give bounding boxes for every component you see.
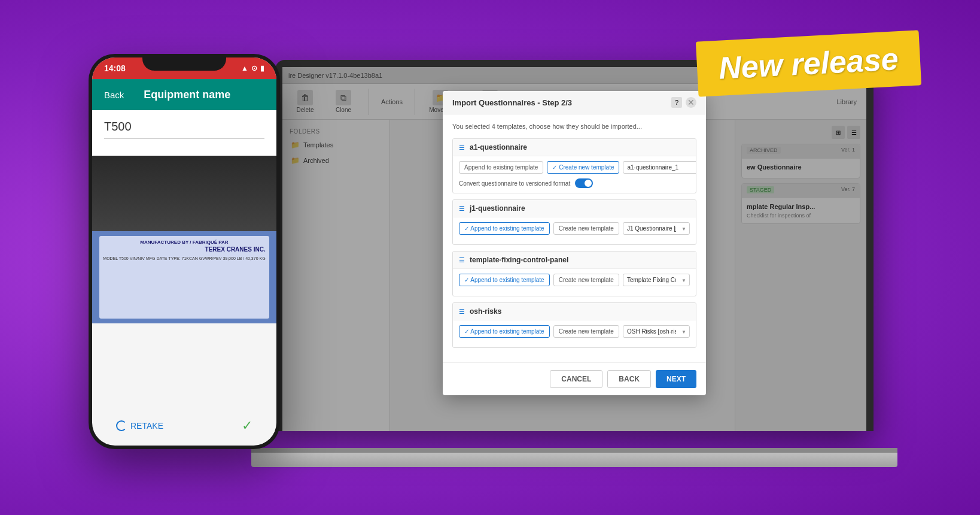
modal-footer: CANCEL BACK NEXT bbox=[443, 362, 706, 395]
fixing-section-header: ☰ template-fixing-control-panel bbox=[453, 252, 696, 269]
laptop-mockup: ire Designer v17.1.0-4be13b8a1 Search 🗑 … bbox=[251, 60, 897, 479]
osh-create-new-button[interactable]: Create new template bbox=[553, 325, 619, 338]
fixing-section-body: Append to existing template Create new t… bbox=[453, 269, 696, 296]
osh-append-button[interactable]: Append to existing template bbox=[459, 325, 550, 338]
phone-image-area: MANUFACTURED BY / FABRIQUÉ PAR TEREX CRA… bbox=[92, 156, 276, 323]
a1-option-row: Append to existing template Create new t… bbox=[459, 161, 690, 174]
fixing-template-name: template-fixing-control-panel bbox=[470, 256, 568, 264]
wifi-icon: ⊙ bbox=[251, 64, 257, 72]
j1-template-name: j1-questionnaire bbox=[470, 204, 525, 213]
next-button[interactable]: NEXT bbox=[656, 370, 696, 388]
phone-status-icons: ▲ ⊙ ▮ bbox=[241, 64, 264, 72]
a1-new-name-input[interactable] bbox=[623, 161, 696, 174]
phone-mockup: 14:08 ▲ ⊙ ▮ Back Equipment name T500 MAN… bbox=[89, 54, 280, 449]
app-ui: ire Designer v17.1.0-4be13b8a1 Search 🗑 … bbox=[282, 67, 866, 431]
modal-title: Import Questionnaires - Step 2/3 bbox=[452, 98, 572, 107]
signal-icon: ▲ bbox=[241, 64, 248, 72]
j1-template-icon: ☰ bbox=[459, 205, 465, 213]
j1-dropdown-wrapper: J1 Questionnaire [j1-questionnaire] ▼ bbox=[623, 222, 690, 235]
toggle-knob bbox=[585, 180, 592, 187]
phone-bottom-bar: RETAKE ✓ bbox=[92, 418, 276, 434]
osh-option-row: Append to existing template Create new t… bbox=[459, 325, 690, 338]
j1-append-button[interactable]: Append to existing template bbox=[459, 222, 550, 235]
template-section-a1-header: ☰ a1-questionnaire bbox=[453, 139, 696, 156]
convert-toggle[interactable] bbox=[575, 178, 593, 188]
modal-subtitle: You selected 4 templates, choose how the… bbox=[452, 123, 696, 130]
fixing-template-icon: ☰ bbox=[459, 256, 465, 264]
a1-section-body: Append to existing template Create new t… bbox=[453, 156, 696, 193]
modal-body: You selected 4 templates, choose how the… bbox=[443, 114, 706, 362]
osh-template-select[interactable]: OSH Risks [osh-risks] bbox=[623, 325, 690, 338]
fixing-append-button[interactable]: Append to existing template bbox=[459, 274, 550, 286]
a1-create-new-button[interactable]: Create new template bbox=[547, 161, 619, 174]
a1-convert-row: Convert questionnaire to versioned forma… bbox=[459, 178, 690, 188]
phone-notch bbox=[142, 54, 226, 71]
osh-section-body: Append to existing template Create new t… bbox=[453, 320, 696, 347]
template-section-fixing: ☰ template-fixing-control-panel Append t… bbox=[452, 251, 696, 296]
cancel-button[interactable]: CANCEL bbox=[550, 370, 602, 388]
plate-details: MODEL T500 VIN/NIV MFG DATE TYPE: 71KCAN… bbox=[103, 256, 265, 262]
modal-help-button[interactable]: ? bbox=[671, 97, 682, 108]
equipment-name-value[interactable]: T500 bbox=[104, 120, 264, 139]
modal-overlay: Import Questionnaires - Step 2/3 ? ✕ You… bbox=[282, 67, 866, 431]
retake-icon bbox=[116, 420, 127, 431]
template-section-j1: ☰ j1-questionnaire Append to existing te… bbox=[452, 199, 696, 245]
j1-template-select[interactable]: J1 Questionnaire [j1-questionnaire] bbox=[623, 222, 690, 235]
j1-section-header: ☰ j1-questionnaire bbox=[453, 200, 696, 217]
a1-template-icon: ☰ bbox=[459, 144, 465, 152]
battery-icon: ▮ bbox=[260, 64, 264, 72]
laptop-screen: ire Designer v17.1.0-4be13b8a1 Search 🗑 … bbox=[282, 67, 866, 431]
j1-section-body: Append to existing template Create new t… bbox=[453, 217, 696, 244]
phone-header: Back Equipment name bbox=[92, 79, 276, 110]
laptop-bezel: ire Designer v17.1.0-4be13b8a1 Search 🗑 … bbox=[275, 60, 874, 431]
a1-template-name: a1-questionnaire bbox=[470, 143, 527, 152]
retake-button[interactable]: RETAKE bbox=[116, 420, 163, 431]
import-modal: Import Questionnaires - Step 2/3 ? ✕ You… bbox=[443, 91, 706, 395]
convert-label: Convert questionnaire to versioned forma… bbox=[459, 180, 570, 187]
phone-plate-data: MANUFACTURED BY / FABRIQUÉ PAR TEREX CRA… bbox=[99, 236, 269, 319]
new-release-badge: New release bbox=[696, 30, 921, 96]
retake-label: RETAKE bbox=[130, 421, 163, 431]
laptop-base bbox=[251, 453, 897, 467]
phone-screen: 14:08 ▲ ⊙ ▮ Back Equipment name T500 MAN… bbox=[92, 57, 276, 446]
fixing-create-new-button[interactable]: Create new template bbox=[553, 274, 619, 286]
plate-title: MANUFACTURED BY / FABRIQUÉ PAR bbox=[103, 240, 265, 246]
phone-content: T500 bbox=[92, 110, 276, 156]
modal-close-button[interactable]: ✕ bbox=[686, 97, 696, 108]
phone-screen-title: Equipment name bbox=[133, 89, 241, 101]
phone-back-button[interactable]: Back bbox=[104, 90, 124, 100]
j1-create-new-button[interactable]: Create new template bbox=[553, 222, 619, 235]
template-section-osh: ☰ osh-risks Append to existing template … bbox=[452, 302, 696, 348]
j1-option-row: Append to existing template Create new t… bbox=[459, 222, 690, 235]
osh-template-name: osh-risks bbox=[470, 307, 501, 316]
accept-icon[interactable]: ✓ bbox=[242, 418, 252, 434]
phone-time: 14:08 bbox=[104, 63, 126, 73]
osh-dropdown-wrapper: OSH Risks [osh-risks] ▼ bbox=[623, 325, 690, 338]
back-button[interactable]: BACK bbox=[607, 370, 651, 388]
plate-brand: TEREX CRANES INC. bbox=[103, 246, 265, 253]
osh-template-icon: ☰ bbox=[459, 308, 465, 316]
template-section-a1: ☰ a1-questionnaire Append to existing te… bbox=[452, 138, 696, 193]
modal-header: Import Questionnaires - Step 2/3 ? ✕ bbox=[443, 91, 706, 114]
laptop-hinge bbox=[251, 448, 897, 453]
fixing-dropdown-wrapper: Template Fixing Control Panel [template-… bbox=[623, 274, 690, 286]
fixing-option-row: Append to existing template Create new t… bbox=[459, 274, 690, 286]
fixing-template-select[interactable]: Template Fixing Control Panel [template-… bbox=[623, 274, 690, 286]
a1-append-button[interactable]: Append to existing template bbox=[459, 161, 543, 174]
osh-section-header: ☰ osh-risks bbox=[453, 303, 696, 320]
phone-image-plate-area: MANUFACTURED BY / FABRIQUÉ PAR TEREX CRA… bbox=[92, 231, 276, 323]
